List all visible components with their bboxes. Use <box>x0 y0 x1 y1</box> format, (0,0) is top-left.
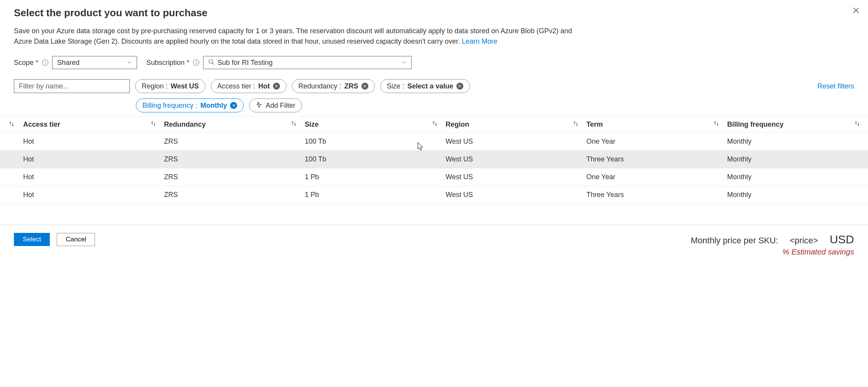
clear-filter-icon[interactable]: ✕ <box>273 83 280 90</box>
clear-filter-icon[interactable]: ✕ <box>456 83 463 90</box>
cancel-button[interactable]: Cancel <box>57 233 95 246</box>
table-row[interactable]: Hot ZRS 1 Pb West US Three Years Monthly <box>0 186 868 204</box>
sort-icon <box>854 121 860 129</box>
subscription-label: Subscription * <box>146 59 189 67</box>
subscription-dropdown[interactable]: Sub for RI Testing <box>203 56 412 69</box>
clear-filter-icon[interactable]: ✕ <box>361 83 368 90</box>
price-currency: USD <box>830 233 854 246</box>
sort-icon <box>573 121 579 129</box>
column-header-billing[interactable]: Billing frequency <box>727 121 868 129</box>
sort-icon <box>432 121 438 129</box>
column-header-size[interactable]: Size <box>305 121 446 129</box>
price-value: <price> <box>790 236 818 246</box>
sort-icon <box>150 121 156 129</box>
table-row[interactable]: Hot ZRS 100 Tb West US One Year Monthly <box>0 133 868 151</box>
page-title: Select the product you want to purchase <box>14 7 854 19</box>
info-icon[interactable]: i <box>42 59 48 66</box>
column-header-region[interactable]: Region <box>446 121 587 129</box>
table-row[interactable]: Hot ZRS 100 Tb West US Three Years Month… <box>0 151 868 168</box>
learn-more-link[interactable]: Learn More <box>462 37 497 45</box>
scope-label: Scope * <box>14 59 38 67</box>
clear-filter-icon[interactable]: ✕ <box>230 102 237 109</box>
add-filter-button[interactable]: Add Filter <box>249 98 302 112</box>
region-filter-pill[interactable]: Region : West US <box>135 79 205 93</box>
scope-dropdown[interactable]: Shared <box>52 56 137 69</box>
filter-placeholder: Filter by name... <box>19 82 69 90</box>
column-header-redundancy[interactable]: Redundancy <box>164 121 305 129</box>
info-icon[interactable]: i <box>193 59 199 66</box>
chevron-down-icon <box>401 59 407 67</box>
row-sort-icon[interactable] <box>0 121 23 128</box>
column-header-access-tier[interactable]: Access tier <box>23 121 164 129</box>
billing-frequency-filter-pill[interactable]: Billing frequency : Monthly ✕ <box>136 98 244 112</box>
description-text: Save on your Azure data storage cost by … <box>14 26 585 47</box>
estimated-savings: % Estimated savings <box>691 248 854 256</box>
search-icon <box>208 59 214 67</box>
close-button[interactable] <box>853 7 860 15</box>
redundancy-filter-pill[interactable]: Redundancy : ZRS ✕ <box>292 79 375 93</box>
filter-by-name-input[interactable]: Filter by name... <box>14 79 130 93</box>
select-button[interactable]: Select <box>14 233 50 246</box>
price-label: Monthly price per SKU: <box>691 236 778 246</box>
access-tier-filter-pill[interactable]: Access tier : Hot ✕ <box>211 79 287 93</box>
column-header-term[interactable]: Term <box>587 121 727 129</box>
scope-value: Shared <box>57 59 80 67</box>
reset-filters-link[interactable]: Reset filters <box>817 82 854 90</box>
size-filter-pill[interactable]: Size : Select a value ✕ <box>380 79 470 93</box>
svg-point-0 <box>209 59 213 63</box>
table-header-row: Access tier Redundancy Size Region Term … <box>0 117 868 133</box>
table-row[interactable]: Hot ZRS 1 Pb West US One Year Monthly <box>0 168 868 186</box>
subscription-value: Sub for RI Testing <box>217 59 273 67</box>
add-filter-icon <box>256 101 263 110</box>
sort-icon <box>713 121 719 129</box>
sort-icon <box>291 121 297 129</box>
chevron-down-icon <box>127 59 132 67</box>
